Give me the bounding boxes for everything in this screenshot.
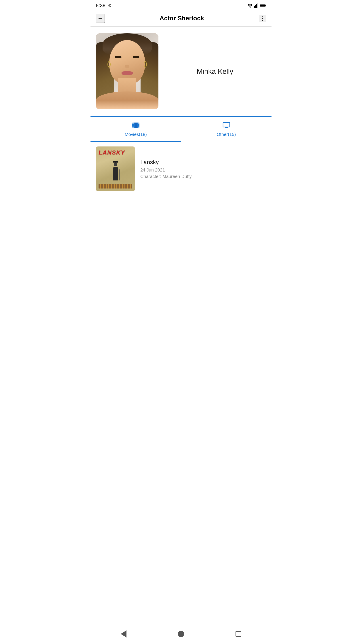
svg-rect-10 <box>138 122 139 124</box>
svg-point-0 <box>250 7 251 8</box>
tabs-container: Movies(18) Other(15) <box>90 117 272 141</box>
app-bar: ← Actor Sherlock ⋮ <box>90 10 272 26</box>
page-title: Actor Sherlock <box>105 15 259 22</box>
poster-fence <box>98 184 132 188</box>
movie-info: Lansky 24 Jun 2021 Character: Maureen Du… <box>140 159 266 179</box>
actor-photo <box>96 33 158 109</box>
svg-rect-7 <box>260 5 265 7</box>
wifi-icon <box>247 4 253 8</box>
svg-rect-4 <box>257 3 258 8</box>
movie-character: Character: Maureen Duffy <box>140 174 266 179</box>
tab-movies-label: Movies(18) <box>125 132 147 137</box>
svg-rect-2 <box>255 5 256 8</box>
movie-poster: LANSKY <box>96 146 135 191</box>
svg-rect-9 <box>132 122 134 124</box>
movie-item[interactable]: LANSKY Lansky 24 Jun 2021 Character: Mau… <box>90 142 272 196</box>
actor-section: Minka Kelly <box>90 26 272 116</box>
svg-rect-14 <box>223 122 230 127</box>
svg-rect-12 <box>138 126 139 128</box>
actor-name: Minka Kelly <box>164 67 266 76</box>
svg-rect-11 <box>132 126 134 128</box>
film-icon <box>132 121 140 130</box>
svg-rect-3 <box>256 4 257 8</box>
signal-icon <box>254 3 259 8</box>
movie-date: 24 Jun 2021 <box>140 168 266 173</box>
more-options-button[interactable]: ⋮ <box>259 15 266 22</box>
movie-list: LANSKY Lansky 24 Jun 2021 Character: Mau… <box>90 142 272 196</box>
movie-title: Lansky <box>140 159 266 166</box>
status-icons <box>247 3 266 8</box>
svg-rect-6 <box>266 5 266 6</box>
back-button[interactable]: ← <box>96 14 105 23</box>
battery-icon <box>260 4 266 8</box>
poster-figure <box>98 158 132 180</box>
svg-rect-1 <box>254 6 255 8</box>
tab-movies[interactable]: Movies(18) <box>90 117 181 141</box>
status-time: 8:38 <box>96 3 105 8</box>
poster-title: LANSKY <box>98 149 132 156</box>
tab-other[interactable]: Other(15) <box>181 117 272 141</box>
gear-icon: ⚙ <box>108 3 112 8</box>
tv-icon <box>222 121 230 130</box>
tab-other-label: Other(15) <box>217 132 236 137</box>
status-bar: 8:38 ⚙ <box>90 0 272 10</box>
svg-rect-13 <box>135 122 137 128</box>
